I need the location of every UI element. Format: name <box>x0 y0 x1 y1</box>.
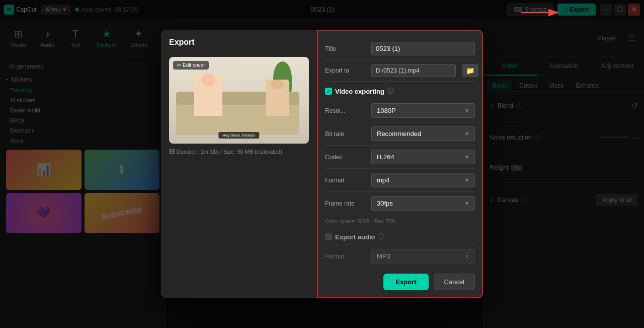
video-info-icon[interactable]: ⓘ <box>387 87 394 96</box>
framerate-arrow-icon: ▼ <box>464 201 469 206</box>
audio-format-label: Format <box>325 253 365 260</box>
framerate-select[interactable]: 30fps ▼ <box>371 196 475 211</box>
title-input[interactable] <box>371 42 475 55</box>
person-child <box>266 80 289 116</box>
format-value: mp4 <box>377 176 389 184</box>
modal-inner: Export <box>161 30 483 298</box>
audio-format-row: Format MP3 ▼ <box>325 245 475 268</box>
person-adult-head <box>201 74 215 87</box>
modal-title: Export <box>169 38 309 52</box>
export-modal: Export <box>161 30 483 298</box>
audio-format-arrow-icon: ▼ <box>464 253 469 259</box>
video-section-title: Video exporting <box>335 88 384 95</box>
edit-cover-button[interactable]: ✏ Edit cover <box>173 61 209 70</box>
person-child-head <box>271 80 284 90</box>
person-adult <box>194 74 222 116</box>
format-label: Format <box>325 177 365 184</box>
edit-cover-label: Edit cover <box>183 62 205 68</box>
edit-icon: ✏ <box>177 62 181 68</box>
codec-value: H.264 <box>377 153 394 161</box>
framerate-value: 30fps <box>377 200 393 207</box>
resolution-row: Resol... 1080P ▼ <box>325 99 475 122</box>
modal-left: Export <box>161 30 317 298</box>
film-icon: 🎞 <box>169 149 175 155</box>
audio-section-header: Export audio ⓘ <box>325 227 475 245</box>
export-to-label: Export to <box>325 67 365 74</box>
framerate-row: Frame rate 30fps ▼ <box>325 192 475 215</box>
resolution-arrow-icon: ▼ <box>464 108 469 113</box>
bitrate-arrow-icon: ▼ <box>464 131 469 137</box>
framerate-label: Frame rate <box>325 200 365 207</box>
video-section-header: ✓ Video exporting ⓘ <box>325 82 475 99</box>
duration-text: Duration: 1m 31s | Size: 90 MB (estimate… <box>177 149 282 155</box>
title-row: Title <box>325 38 475 60</box>
resolution-value: 1080P <box>377 107 396 114</box>
codec-select[interactable]: H.264 ▼ <box>371 150 475 164</box>
audio-format-value: MP3 <box>377 252 390 260</box>
modal-right: Title Export to 📁 ✓ Video exporting ⓘ <box>317 30 483 298</box>
format-arrow-icon: ▼ <box>464 177 469 183</box>
resolution-label: Resol... <box>325 107 365 114</box>
export-path-input[interactable] <box>371 64 456 77</box>
bitrate-value: Recommended <box>377 130 421 138</box>
audio-check-icon <box>325 233 332 240</box>
subtitle-text: Hey there, friends! <box>218 132 259 139</box>
audio-info-icon[interactable]: ⓘ <box>378 232 384 241</box>
title-field-label: Title <box>325 45 365 52</box>
bitrate-select[interactable]: Recommended ▼ <box>371 126 475 141</box>
bitrate-row: Bit rate Recommended ▼ <box>325 122 475 146</box>
resolution-select[interactable]: 1080P ▼ <box>371 103 475 118</box>
preview-scene: Hey there, friends! <box>169 57 309 144</box>
modal-export-button[interactable]: Export <box>383 274 428 290</box>
color-space-text: Color space: SDR - Rec.709 <box>325 215 475 227</box>
codec-label: Codec <box>325 154 365 161</box>
modal-cancel-button[interactable]: Cancel <box>434 274 475 290</box>
format-row: Format mp4 ▼ <box>325 169 475 192</box>
folder-browse-button[interactable]: 📁 <box>462 64 478 77</box>
preview-thumbnail: Hey there, friends! ✏ Edit cover <box>169 57 309 144</box>
video-check-icon: ✓ <box>325 88 332 95</box>
modal-overlay: Export <box>0 0 644 328</box>
codec-arrow-icon: ▼ <box>464 154 469 160</box>
bitrate-label: Bit rate <box>325 130 365 138</box>
audio-section-title: Export audio <box>335 233 375 241</box>
modal-footer: Export Cancel <box>325 268 475 290</box>
format-select[interactable]: mp4 ▼ <box>371 173 475 187</box>
audio-format-select[interactable]: MP3 ▼ <box>371 249 475 264</box>
codec-row: Codec H.264 ▼ <box>325 146 475 169</box>
export-to-row: Export to 📁 <box>325 60 475 82</box>
duration-info: 🎞 Duration: 1m 31s | Size: 90 MB (estima… <box>169 149 309 155</box>
